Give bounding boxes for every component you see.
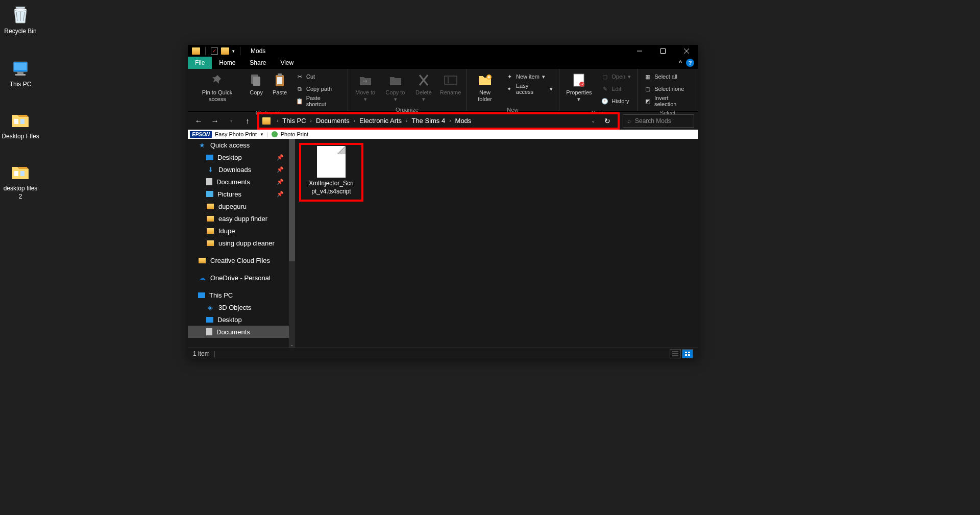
address-dropdown-icon[interactable]: ⌄ [586, 118, 600, 124]
address-highlight: › This PC › Documents › Electronic Arts … [257, 112, 620, 130]
sidebar-item-using-dupp[interactable]: using dupp cleaner [188, 237, 295, 249]
sidebar-item-desktop[interactable]: Desktop📌 [188, 151, 295, 163]
item-count: 1 item [193, 350, 210, 357]
search-placeholder: Search Mods [635, 117, 671, 125]
ribbon: Pin to Quick access Copy Paste ✂Cut ⧉Cop… [188, 69, 698, 111]
copy-to-button[interactable]: Copy to ▾ [380, 70, 410, 105]
forward-button[interactable]: → [208, 114, 222, 128]
sidebar-item-fdupe[interactable]: fdupe [188, 225, 295, 237]
chevron-right-icon[interactable]: › [307, 118, 315, 124]
move-to-button[interactable]: Move to ▾ [350, 70, 381, 105]
maximize-button[interactable] [651, 45, 675, 57]
file-icon [317, 146, 346, 178]
paste-shortcut-button[interactable]: 📋Paste shortcut [293, 95, 344, 107]
sidebar-item-creative-cloud[interactable]: Creative Cloud Files [188, 254, 295, 266]
history-icon: 🕐 [601, 97, 609, 105]
icons-view-button[interactable] [682, 349, 693, 358]
collapse-ribbon-icon[interactable]: ^ [679, 59, 682, 66]
minimize-button[interactable] [628, 45, 651, 57]
close-button[interactable] [675, 45, 698, 57]
tab-share[interactable]: Share [242, 57, 273, 69]
sidebar-item-this-pc[interactable]: This PC [188, 289, 295, 301]
sidebar-item-pictures[interactable]: Pictures📌 [188, 188, 295, 200]
tab-home[interactable]: Home [212, 57, 242, 69]
sidebar-item-documents[interactable]: Documents📌 [188, 176, 295, 188]
chevron-right-icon[interactable]: › [446, 118, 454, 124]
main-area: ★ Quick access Desktop📌 ⬇ Downloads📌 Doc… [188, 139, 698, 348]
cut-button[interactable]: ✂Cut [293, 71, 344, 82]
delete-button[interactable]: Delete ▾ [410, 70, 437, 105]
svg-rect-29 [688, 352, 690, 353]
paste-button[interactable]: Paste [268, 70, 291, 98]
qat-dropdown-icon[interactable]: ▾ [232, 48, 235, 54]
edit-button[interactable]: ✎Edit [599, 83, 633, 94]
status-bar: 1 item | [188, 348, 698, 359]
easy-access-button[interactable]: ✦Easy access ▾ [503, 83, 555, 94]
invert-selection-button[interactable]: ◩Invert selection [642, 95, 694, 107]
search-input[interactable]: ⌕ Search Mods [623, 114, 694, 128]
desktop-icon-recycle-bin[interactable]: Recycle Bin [1, 4, 40, 36]
this-pc-icon [198, 292, 205, 298]
crumb-this-pc[interactable]: This PC [281, 116, 307, 126]
chevron-right-icon[interactable]: › [274, 118, 281, 124]
sidebar-item-desktop2[interactable]: Desktop [188, 313, 295, 326]
sidebar-item-quick-access[interactable]: ★ Quick access [188, 139, 295, 151]
sidebar-item-easy-dupp[interactable]: easy dupp finder [188, 212, 295, 225]
svg-rect-17 [277, 77, 282, 84]
sidebar-item-dupeguru[interactable]: dupeguru [188, 200, 295, 212]
titlebar[interactable]: ✓ ▾ Mods [188, 45, 698, 57]
chevron-right-icon[interactable]: › [403, 118, 410, 124]
select-none-button[interactable]: ▢Select none [642, 83, 694, 94]
tab-view[interactable]: View [273, 57, 301, 69]
crumb-mods[interactable]: Mods [454, 116, 473, 126]
crumb-electronic-arts[interactable]: Electronic Arts [358, 116, 403, 126]
file-highlight: XmlInjector_Script_v4.ts4script [299, 143, 363, 202]
scroll-down-icon[interactable]: ⌄ [289, 341, 295, 348]
refresh-button[interactable]: ↻ [600, 117, 615, 125]
edit-icon: ✎ [601, 85, 609, 93]
crumb-sims4[interactable]: The Sims 4 [410, 116, 446, 126]
details-view-button[interactable] [670, 349, 681, 358]
breadcrumb[interactable]: › This PC › Documents › Electronic Arts … [274, 116, 586, 126]
chevron-right-icon[interactable]: › [351, 118, 358, 124]
svg-rect-20 [445, 76, 457, 84]
copy-button[interactable]: Copy [244, 70, 268, 98]
folder-icon [10, 109, 31, 131]
sidebar-item-onedrive[interactable]: ☁ OneDrive - Personal [188, 272, 295, 284]
desktop-icon-desktop-files-2[interactable]: desktop files 2 [1, 161, 40, 201]
scrollbar[interactable]: ⌄ [289, 139, 295, 348]
scrollbar-thumb[interactable] [289, 139, 295, 261]
pin-quick-access-button[interactable]: Pin to Quick access [190, 70, 244, 105]
sidebar-item-documents2[interactable]: Documents [188, 326, 295, 338]
sidebar-item-downloads[interactable]: ⬇ Downloads📌 [188, 163, 295, 176]
copy-path-button[interactable]: ⧉Copy path [293, 83, 344, 94]
up-button[interactable]: ↑ [241, 114, 254, 128]
file-view[interactable]: XmlInjector_Script_v4.ts4script [295, 139, 698, 348]
history-button[interactable]: 🕐History [599, 95, 633, 107]
select-all-button[interactable]: ▦Select all [642, 71, 694, 82]
epson-easy-print-button[interactable]: Easy Photo Print [215, 131, 257, 137]
folder-icon[interactable] [221, 47, 229, 55]
back-button[interactable]: ← [192, 114, 205, 128]
recent-dropdown-icon[interactable]: ▾ [225, 114, 238, 128]
new-folder-button[interactable]: New folder [469, 70, 501, 105]
explorer-window: ✓ ▾ Mods File Home Share View ^ ? Pin to [188, 45, 698, 359]
delete-icon [415, 72, 432, 88]
desktop-icon-this-pc[interactable]: This PC [1, 57, 40, 89]
properties-button[interactable]: Properties ▾ [561, 70, 597, 105]
sidebar-item-3d-objects[interactable]: ◈ 3D Objects [188, 301, 295, 313]
invert-selection-icon: ◩ [644, 97, 652, 105]
file-item[interactable]: XmlInjector_Script_v4.ts4script [308, 146, 354, 195]
help-icon[interactable]: ? [686, 59, 694, 67]
open-button[interactable]: ▢Open ▾ [599, 71, 633, 82]
crumb-documents[interactable]: Documents [315, 116, 351, 126]
folder-icon [206, 239, 214, 247]
navigation-pane[interactable]: ★ Quick access Desktop📌 ⬇ Downloads📌 Doc… [188, 139, 295, 348]
new-item-button[interactable]: ✦New item ▾ [503, 71, 555, 82]
check-icon[interactable]: ✓ [211, 47, 218, 55]
tab-file[interactable]: File [188, 57, 212, 69]
rename-button[interactable]: Rename [437, 70, 464, 98]
dropdown-icon[interactable]: ▼ [260, 132, 264, 137]
desktop-icon-desktop-files[interactable]: Desktop FIles [1, 109, 40, 141]
epson-photo-print-button[interactable]: Photo Print [281, 131, 308, 137]
